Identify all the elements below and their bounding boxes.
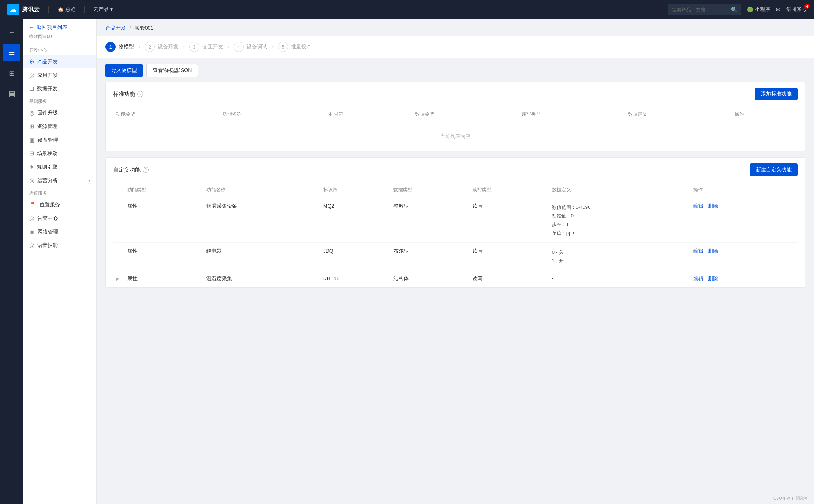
nav-resource[interactable]: ⊞ 资源管理: [23, 120, 96, 133]
row-0-ops: 编辑 删除: [690, 198, 798, 243]
sidebar-list-btn[interactable]: ☰: [3, 44, 20, 61]
nav-analytics[interactable]: ◎ 运营分析 ▾: [23, 174, 96, 187]
step-3-circle: 3: [189, 42, 199, 52]
nav-right: 🔍 🟢 小程序 ✉ 4 集团账号: [668, 4, 807, 15]
nav-products[interactable]: 云产品 ▾: [93, 6, 113, 13]
back-to-list[interactable]: ← 返回项目列表: [23, 19, 96, 34]
section-basic-service: 基础服务: [23, 95, 96, 106]
standard-help-icon[interactable]: ?: [137, 91, 143, 97]
row-2-edit-btn[interactable]: 编辑: [693, 275, 703, 282]
search-icon[interactable]: 🔍: [731, 7, 737, 12]
col-name-cust: 功能名称: [204, 182, 320, 198]
breadcrumb-sep: /: [130, 25, 131, 31]
nav-product-dev[interactable]: ⚙ 产品开发: [23, 55, 96, 68]
sidebar-back-btn[interactable]: ←: [3, 23, 20, 41]
add-standard-button[interactable]: 添加标准功能: [755, 88, 798, 100]
step-arrow-4: ›: [272, 44, 273, 50]
custom-table: 功能类型 功能名称 标识符 数据类型 读写类型 数据定义 操作: [113, 182, 798, 287]
nav-data-dev-label: 数据开发: [37, 86, 57, 92]
miniprogram-nav[interactable]: 🟢 小程序: [747, 6, 770, 13]
row-2-name: 温湿度采集: [204, 270, 320, 287]
mail-nav[interactable]: ✉: [776, 7, 780, 12]
nav-app-dev-label: 应用开发: [37, 72, 58, 79]
firmware-icon: ◎: [29, 109, 34, 116]
sidebar-table-btn[interactable]: ▣: [3, 85, 20, 102]
nav-firmware[interactable]: ◎ 固件升级: [23, 106, 96, 120]
search-box[interactable]: 🔍: [668, 4, 741, 15]
row-2-datadef: -: [549, 270, 691, 287]
row-0-datatype: 整数型: [391, 198, 470, 243]
custom-section-card: 自定义功能 ? 新建自定义功能 功能类型 功能名称 标识符 数据类型 读写类型: [105, 157, 805, 288]
row-2-delete-btn[interactable]: 删除: [708, 275, 718, 282]
row-0-delete-btn[interactable]: 删除: [708, 203, 718, 210]
step-3: 3 交互开发: [189, 42, 223, 52]
location-icon: 📍: [29, 201, 37, 208]
nav-analytics-label: 运营分析: [37, 177, 58, 184]
custom-row-2: ▶ 属性 温湿度采集 DHT11 结构体 读写 - 编辑 删除: [113, 270, 798, 287]
row-1-datadef: 0 - 关 1 - 开: [549, 242, 691, 270]
step-1: 1 物模型: [105, 42, 134, 52]
network-icon: ▣: [29, 228, 35, 235]
custom-row-1: 属性 继电器 JDQ 布尔型 读写 0 - 关 1 - 开 编辑 删除: [113, 242, 798, 270]
scene-icon: ⊟: [29, 150, 34, 157]
standard-card-title: 标准功能 ?: [113, 91, 143, 98]
standard-card-header: 标准功能 ? 添加标准功能: [106, 82, 805, 106]
row-0-expand: [113, 198, 124, 243]
col-id-std: 标识符: [326, 106, 412, 122]
nav-data-dev[interactable]: ⊟ 数据开发: [23, 82, 96, 95]
section-value-service: 增值服务: [23, 187, 96, 198]
nav-scene[interactable]: ⊟ 场景联动: [23, 147, 96, 160]
row-1-delete-btn[interactable]: 删除: [708, 248, 718, 255]
back-label: 返回项目列表: [37, 24, 67, 31]
steps-bar: 1 物模型 › 2 设备开发 › 3 交互开发 › 4 设备调试 › 5 批量投…: [97, 36, 814, 58]
nav-scene-label: 场景联动: [37, 150, 57, 157]
view-model-json-button[interactable]: 查看物模型JSON: [146, 64, 198, 77]
step-arrow-3: ›: [227, 44, 229, 50]
nav-app-dev[interactable]: ◎ 应用开发: [23, 68, 96, 82]
row-2-expand[interactable]: ▶: [113, 270, 124, 287]
col-id-cust: 标识符: [320, 182, 391, 198]
project-subtitle: 物联网箱001: [23, 34, 96, 44]
nav-overview[interactable]: 🏠 总览: [57, 6, 75, 13]
col-datadef-std: 数据定义: [625, 106, 732, 122]
nav-location-label: 位置服务: [40, 202, 60, 208]
col-datatype-std: 数据类型: [412, 106, 519, 122]
home-icon: 🏠: [57, 7, 64, 12]
nav-device-mgmt[interactable]: ▣ 设备管理: [23, 133, 96, 147]
add-custom-button[interactable]: 新建自定义功能: [750, 163, 798, 176]
app-layout: ← ☰ ⊞ ▣ ← 返回项目列表 物联网箱001 开发中心 ⚙ 产品开发 ◎ 应…: [0, 19, 814, 504]
standard-section-card: 标准功能 ? 添加标准功能 功能类型 功能名称 标识符 数据类型 读写类型 数据…: [105, 82, 805, 151]
standard-table: 功能类型 功能名称 标识符 数据类型 读写类型 数据定义 操作 当前列表为空: [113, 106, 798, 151]
nav-rules[interactable]: ✦ 规则引擎: [23, 160, 96, 174]
standard-table-wrap: 功能类型 功能名称 标识符 数据类型 读写类型 数据定义 操作 当前列表为空: [106, 106, 805, 151]
row-1-ops: 编辑 删除: [690, 242, 798, 270]
step-5-circle: 5: [278, 42, 288, 52]
row-0-edit-btn[interactable]: 编辑: [693, 203, 703, 210]
mail-icon: ✉: [776, 7, 780, 12]
custom-help-icon[interactable]: ?: [143, 167, 149, 173]
col-ops-cust: 操作: [690, 182, 798, 198]
row-1-edit-btn[interactable]: 编辑: [693, 248, 703, 255]
nav-location[interactable]: 📍 位置服务: [23, 198, 96, 211]
row-0-name: 烟雾采集设备: [204, 198, 320, 243]
logo-icon: ☁: [7, 4, 19, 15]
nav-voice[interactable]: ◎ 语音技能: [23, 238, 96, 252]
expand-arrow-icon: ▾: [88, 178, 90, 183]
col-rwtype-std: 读写类型: [519, 106, 625, 122]
list-icon: ☰: [8, 48, 15, 57]
custom-row-0: 属性 烟雾采集设备 MQ2 整数型 读写 数值范围：0-4096 初始值：0 步…: [113, 198, 798, 243]
breadcrumb-link-product-dev[interactable]: 产品开发: [105, 25, 126, 31]
account-nav[interactable]: 4 集团账号: [786, 6, 807, 13]
step-4-label: 设备调试: [247, 44, 267, 50]
search-input[interactable]: [672, 7, 728, 12]
expand-icon[interactable]: ▶: [116, 276, 119, 281]
nav-network[interactable]: ▣ 网络管理: [23, 225, 96, 238]
app-icon: ◎: [29, 72, 34, 79]
row-2-datatype: 结构体: [391, 270, 470, 287]
custom-title-text: 自定义功能: [113, 166, 141, 173]
nav-alarm[interactable]: ◎ 告警中心: [23, 211, 96, 225]
row-0-datadef: 数值范围：0-4096 初始值：0 步长：1 单位：ppm: [549, 198, 691, 243]
custom-table-wrap: 功能类型 功能名称 标识符 数据类型 读写类型 数据定义 操作: [106, 182, 805, 287]
import-model-button[interactable]: 导入物模型: [105, 64, 143, 77]
sidebar-grid-btn[interactable]: ⊞: [3, 64, 20, 82]
